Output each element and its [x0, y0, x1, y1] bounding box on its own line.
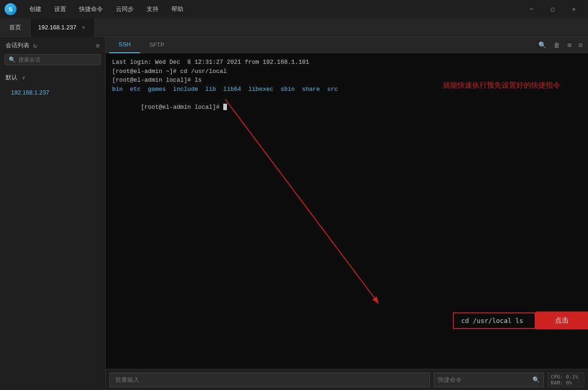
cpu-ram-display: CPU: 0.1% RAM: 0% [548, 373, 584, 387]
tab-home[interactable]: 首页 [0, 18, 31, 37]
cpu-usage: CPU: 0.1% [551, 374, 578, 380]
sub-tabs: SSH SFTP 🔍 🗑 ⊞ ⊟ [106, 37, 588, 53]
quick-cmd-input[interactable] [438, 376, 532, 383]
terminal-line-5: [root@el-admin local]# [112, 94, 582, 121]
delete-tab-icon[interactable]: 🗑 [552, 39, 562, 50]
titlebar: S 创建 设置 快捷命令 云同步 支持 帮助 ─ □ ✕ [0, 0, 588, 18]
quick-cmd-search-icon[interactable]: 🔍 [532, 376, 540, 383]
tab-sftp[interactable]: SFTP [140, 37, 174, 53]
split-h-icon[interactable]: ⊞ [565, 39, 573, 50]
sidebar-chevron-icon: ∨ [22, 75, 25, 81]
terminal[interactable]: Last login: Wed Dec 8 12:31:27 2021 from… [106, 53, 588, 369]
menu-support[interactable]: 支持 [140, 0, 165, 18]
bottombar: 🔍 CPU: 0.1% RAM: 0% [106, 369, 588, 390]
title-menu: 创建 设置 快捷命令 云同步 支持 帮助 [23, 0, 521, 18]
tab-close-icon[interactable]: × [80, 23, 87, 32]
tab-session[interactable]: 192.168.1.237 × [31, 18, 95, 37]
terminal-line-2: [root@el-admin ~]# cd /usr/local [112, 67, 582, 76]
tabbar: 首页 192.168.1.237 × [0, 18, 588, 37]
tab-ssh[interactable]: SSH [109, 37, 140, 53]
quick-cmd-click-button[interactable]: 点击 [536, 312, 588, 329]
minimize-button[interactable]: ─ [521, 2, 542, 16]
window-controls: ─ □ ✕ [521, 2, 584, 16]
quick-cmd-display: cd /usr/local ls 点击 [106, 312, 588, 329]
sidebar-title: 会话列表 [6, 41, 29, 50]
search-box: 🔍 [5, 54, 101, 65]
sidebar-item-192-168-1-237[interactable]: 192.168.1.237 [0, 85, 105, 100]
menu-shortcuts[interactable]: 快捷命令 [73, 0, 109, 18]
batch-input[interactable] [109, 373, 430, 387]
ram-usage: RAM: 0% [551, 380, 572, 386]
search-input[interactable] [18, 56, 96, 63]
sidebar-refresh-icon[interactable]: ↻ [33, 42, 37, 49]
quick-cmd-box: cd /usr/local ls 点击 [453, 312, 588, 329]
maximize-button[interactable]: □ [542, 2, 563, 16]
sidebar: 会话列表 ↻ ≡ 🔍 默认 ∨ 192.168.1.237 [0, 37, 106, 390]
terminal-line-4: bin etc games include lib lib64 libexec … [112, 85, 582, 94]
menu-cloud-sync[interactable]: 云同步 [109, 0, 140, 18]
sidebar-menu-icon[interactable]: ≡ [96, 42, 100, 49]
terminal-line-3: [root@el-admin local]# ls [112, 76, 582, 85]
sub-tab-icons: 🔍 🗑 ⊞ ⊟ [537, 39, 584, 50]
sidebar-header: 会话列表 ↻ ≡ [0, 37, 105, 54]
search-tab-icon[interactable]: 🔍 [537, 39, 548, 50]
terminal-line-1: Last login: Wed Dec 8 12:31:27 2021 from… [112, 58, 582, 67]
menu-help[interactable]: 帮助 [165, 0, 190, 18]
content-area: SSH SFTP 🔍 🗑 ⊞ ⊟ Last login: Wed Dec 8 1… [106, 37, 588, 390]
tab-session-label: 192.168.1.237 [38, 24, 76, 31]
menu-create[interactable]: 创建 [23, 0, 48, 18]
search-icon: 🔍 [9, 56, 16, 63]
terminal-cursor [223, 104, 227, 110]
sidebar-group-label: 默认 [6, 73, 17, 82]
split-v-icon[interactable]: ⊟ [577, 39, 584, 50]
sidebar-group-default[interactable]: 默认 ∨ [0, 70, 105, 85]
logo-icon: S [5, 3, 17, 15]
quick-cmd-command: cd /usr/local ls [453, 312, 536, 329]
app-logo: S [4, 2, 17, 16]
svg-line-1 [225, 99, 377, 301]
quick-cmd-input-wrap: 🔍 [434, 373, 544, 387]
close-button[interactable]: ✕ [563, 2, 584, 16]
main-layout: 会话列表 ↻ ≡ 🔍 默认 ∨ 192.168.1.237 SSH SFTP 🔍… [0, 37, 588, 390]
menu-settings[interactable]: 设置 [48, 0, 73, 18]
